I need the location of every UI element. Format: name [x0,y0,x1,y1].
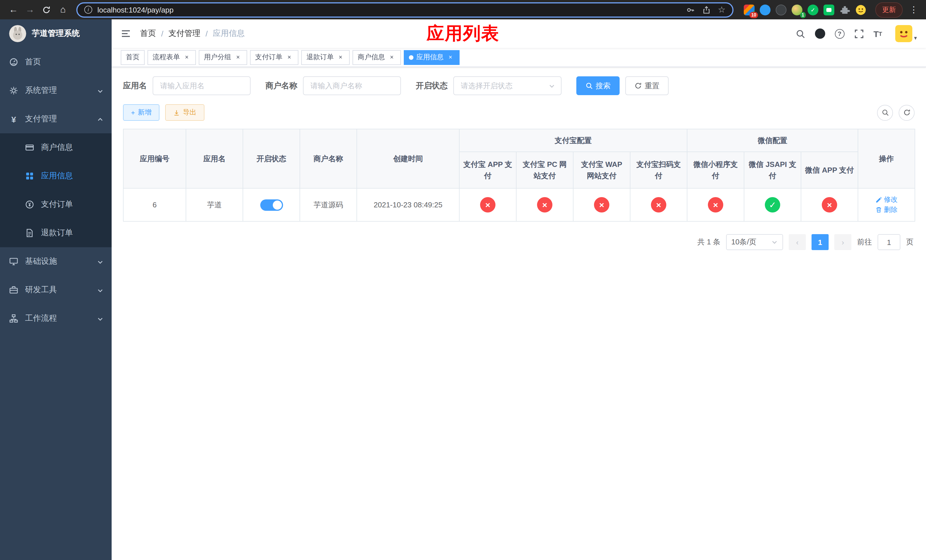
browser-profile-avatar[interactable] [855,4,866,15]
caret-down-icon: ▾ [914,35,917,42]
merchant-name-input[interactable] [303,76,401,95]
help-icon[interactable]: ? [835,29,844,38]
tab-label: 应用信息 [416,52,443,62]
tab-label: 支付订单 [255,52,283,62]
status-select-placeholder: 请选择开启状态 [461,80,513,91]
extensions-row: 10 1 ✓ [739,4,871,15]
grid-icon [25,171,34,180]
extensions-puzzle-icon[interactable] [840,4,850,15]
user-avatar-menu[interactable]: ▾ [895,25,917,42]
col-wx-app: 微信 APP 支付 [801,152,858,188]
wx-app-status-icon: × [822,197,837,212]
sidebar-item-infra[interactable]: 基础设施 [0,247,112,276]
edit-link[interactable]: 修改 [875,195,897,204]
trash-icon [875,206,882,213]
fullscreen-icon[interactable] [854,29,864,38]
tab-app-info[interactable]: 应用信息 × [404,50,460,65]
sidebar-item-label: 工作流程 [25,313,57,324]
tab-close-icon[interactable]: × [337,53,345,61]
extension-badge: 1 [800,12,806,18]
search-button[interactable]: 搜索 [576,76,620,95]
app-name-input[interactable] [153,76,251,95]
sidebar-item-home[interactable]: 首页 [0,48,112,76]
goto-page-input[interactable] [878,234,900,250]
current-page-button[interactable]: 1 [811,234,829,250]
tab-close-icon[interactable]: × [285,53,293,61]
app-title: 芋道管理系统 [32,29,80,39]
sidebar: 芋道管理系统 首页 系统管理 ¥ 支付管理 [0,20,112,560]
status-select[interactable]: 请选择开启状态 [453,76,561,95]
delete-link[interactable]: 删除 [875,205,897,215]
browser-reload-button[interactable] [39,2,54,17]
tab-label: 商户信息 [358,52,385,62]
site-info-icon[interactable]: i [84,6,92,14]
sidebar-item-dev-tools[interactable]: 研发工具 [0,276,112,304]
breadcrumb-section[interactable]: 支付管理 [169,29,200,39]
tab-close-icon[interactable]: × [183,53,191,61]
bookmark-star-icon[interactable]: ☆ [718,5,726,15]
breadcrumb-home[interactable]: 首页 [140,29,156,39]
search-icon[interactable] [795,29,805,38]
sidebar-item-system[interactable]: 系统管理 [0,76,112,105]
tab-pay-orders[interactable]: 支付订单 × [250,50,298,65]
col-alipay-pc: 支付宝 PC 网站支付 [516,152,573,188]
sidebar-item-merchant-info[interactable]: 商户信息 [0,133,112,162]
sidebar-item-workflow[interactable]: 工作流程 [0,304,112,333]
tab-close-icon[interactable]: × [234,53,242,61]
browser-menu-button[interactable]: ⋮ [907,5,920,15]
goto-suffix: 页 [906,237,914,247]
alipay-qr-status-icon: × [651,197,666,212]
url-text[interactable]: localhost:1024/pay/app [97,5,679,14]
sidebar-item-payment[interactable]: ¥ 支付管理 [0,105,112,133]
extension-blocker-icon[interactable]: 10 [744,4,755,15]
tab-close-icon[interactable]: × [446,53,454,61]
col-wx-mini: 微信小程序支付 [687,152,744,188]
font-size-icon[interactable]: TT [873,29,882,38]
tab-close-icon[interactable]: × [388,53,396,61]
col-created: 创建时间 [357,129,459,188]
status-toggle[interactable] [260,199,283,210]
extension-green-circle-icon[interactable]: ✓ [808,4,819,15]
tab-user-group[interactable]: 用户分组 × [199,50,247,65]
screen: ← → ⌂ i localhost:1024/pay/app ☆ 10 [0,0,926,560]
tab-refund-orders[interactable]: 退款订单 × [301,50,350,65]
browser-forward-button[interactable]: → [22,2,38,17]
tab-label: 用户分组 [204,52,231,62]
address-bar[interactable]: i localhost:1024/pay/app ☆ [76,2,734,17]
next-page-button[interactable]: › [834,234,851,250]
browser-update-button[interactable]: 更新 [875,2,903,17]
tab-merchant-info[interactable]: 商户信息 × [353,50,401,65]
export-button[interactable]: 导出 [165,104,204,121]
refresh-table-button[interactable] [899,104,915,121]
page-size-select[interactable]: 10条/页 [726,234,783,250]
add-button[interactable]: + 新增 [123,104,159,121]
col-status: 开启状态 [243,129,300,188]
sidebar-item-label: 基础设施 [25,256,57,266]
sidebar-item-label: 支付管理 [25,114,57,124]
password-key-icon[interactable] [686,5,694,14]
filter-form: 应用名 商户名称 开启状态 请选择开启状态 [123,76,915,95]
toggle-search-button[interactable] [877,104,893,121]
extension-chat-icon[interactable] [823,4,834,15]
extension-drop-icon[interactable] [760,4,770,15]
browser-home-button[interactable]: ⌂ [55,2,71,17]
sidebar-logo[interactable]: 芋道管理系统 [0,20,112,48]
github-icon[interactable] [815,29,825,39]
extension-dark-icon[interactable] [776,4,787,15]
workflow-icon [9,314,18,323]
tab-process-form[interactable]: 流程表单 × [147,50,196,65]
chevron-down-icon [97,87,104,94]
sidebar-item-refund-orders[interactable]: 退款订单 [0,219,112,247]
sidebar-item-app-info[interactable]: 应用信息 [0,162,112,190]
cell-app-name: 芋道 [186,188,243,221]
sidebar-item-label: 应用信息 [41,171,73,181]
share-icon[interactable] [702,5,710,14]
browser-back-button[interactable]: ← [6,2,21,17]
extension-avatar-icon[interactable]: 1 [791,4,802,15]
reset-button[interactable]: 重置 [625,76,669,95]
prev-page-button[interactable]: ‹ [789,234,806,250]
sidebar-toggle-icon[interactable] [121,29,131,39]
sidebar-item-pay-orders[interactable]: 支付订单 [0,190,112,219]
tab-home[interactable]: 首页 [121,50,145,65]
extension-badge: 10 [749,12,758,18]
